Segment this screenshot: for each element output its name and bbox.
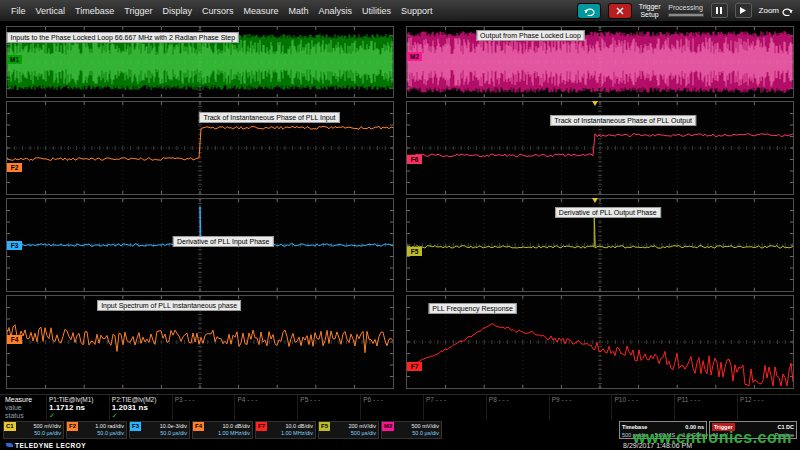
- stop-tool-icon-button[interactable]: [608, 3, 632, 19]
- measure-status: [300, 411, 358, 419]
- zoom-redo-arrow-icon: [782, 6, 794, 16]
- panel-input-phase-derivative: Derivative of PLL Input Phase F3: [6, 198, 394, 292]
- panel-input-phase-track: Track of Instantaneous Phase of PLL Inpu…: [6, 101, 394, 195]
- processing-progress-bar: [668, 13, 704, 17]
- channel-hscale: 50.0 µs/div: [34, 430, 61, 437]
- panel-annotation: Input Spectrum of PLL instantaneous phas…: [97, 300, 241, 311]
- menu-item-trigger[interactable]: Trigger: [119, 6, 157, 16]
- measure-column-header[interactable]: P6 - - -: [363, 396, 421, 404]
- measure-column-header[interactable]: P12 - - -: [740, 396, 798, 404]
- trigger-setup-button[interactable]: Trigger Setup: [639, 3, 661, 19]
- menu-item-support[interactable]: Support: [396, 6, 438, 16]
- panel-annotation: Output from Phase Locked Loop: [476, 30, 585, 41]
- menu-bar: FileVerticalTimebaseTriggerDisplayCursor…: [0, 0, 800, 22]
- channel-descriptor-m2[interactable]: M2500 mV/div50.0 µs/div: [381, 421, 442, 439]
- channel-tag[interactable]: F3: [7, 241, 22, 250]
- measure-status: [489, 411, 547, 419]
- measure-column[interactable]: P4 - - -: [234, 395, 297, 420]
- measure-row-label: value: [5, 404, 46, 412]
- channel-tag[interactable]: F4: [7, 335, 22, 344]
- channel-vscale: 10.0 dB/div: [285, 423, 313, 430]
- channel-tag[interactable]: F2: [7, 163, 22, 172]
- channel-descriptor-f3[interactable]: F310.0e-3/div50.0 µs/div: [129, 421, 190, 439]
- menu-item-file[interactable]: File: [6, 6, 31, 16]
- channel-tag[interactable]: M2: [407, 52, 422, 61]
- menu-item-vertical[interactable]: Vertical: [31, 6, 71, 16]
- panel-input-phase-spectrum: Input Spectrum of PLL instantaneous phas…: [6, 295, 394, 389]
- processing-label: Processing: [668, 4, 704, 12]
- channel-descriptor-f7[interactable]: F710.0 dB/div1.00 MHz/div: [255, 421, 316, 439]
- step-marker-icon: [592, 198, 598, 203]
- play-icon: [739, 6, 747, 15]
- trigger-setup-label-1: Trigger: [639, 3, 661, 11]
- measure-value: 1.2031 ns: [112, 404, 170, 412]
- menu-item-utilities[interactable]: Utilities: [357, 6, 396, 16]
- measure-column-header[interactable]: P9 - - -: [552, 396, 610, 404]
- measure-column-header[interactable]: P10 - - -: [614, 396, 672, 404]
- channel-hscale: 50.0 µs/div: [412, 430, 439, 437]
- menu-item-display[interactable]: Display: [157, 6, 197, 16]
- close-icon: [615, 6, 625, 16]
- measure-column[interactable]: P10 - - -: [611, 395, 674, 420]
- menu-items: FileVerticalTimebaseTriggerDisplayCursor…: [6, 6, 438, 16]
- pause-button[interactable]: [711, 3, 728, 18]
- zoom-button[interactable]: Zoom: [759, 6, 794, 16]
- measure-column-header[interactable]: P11 - - -: [677, 396, 735, 404]
- panel-annotation: Derivative of PLL Input Phase: [173, 236, 273, 247]
- channel-id: M2: [382, 422, 394, 431]
- measure-status: ✓: [49, 412, 107, 420]
- panel-annotation: Derivative of PLL Output Phase: [555, 207, 661, 218]
- channel-id: F3: [130, 422, 141, 431]
- channel-descriptor-f2[interactable]: F21.00 rad/div50.0 µs/div: [66, 421, 127, 439]
- menu-item-math[interactable]: Math: [283, 6, 313, 16]
- brand-logo: TELEDYNE LECROY: [6, 442, 86, 449]
- probe-tool-icon-button[interactable]: [577, 3, 601, 19]
- measure-column-header[interactable]: P8 - - -: [489, 396, 547, 404]
- channel-descriptor-c1[interactable]: C1500 mV/div50.0 µs/div: [3, 421, 64, 439]
- measure-column[interactable]: P6 - - -: [360, 395, 423, 420]
- menu-item-cursors[interactable]: Cursors: [197, 6, 239, 16]
- measure-column[interactable]: P2:TIE@lv(M2)1.2031 ns✓: [109, 395, 172, 420]
- measure-column[interactable]: P3 - - -: [172, 395, 235, 420]
- brand-swoosh-icon: [6, 443, 13, 447]
- channel-descriptor-f5[interactable]: F5200 mV/div500 µs/div: [318, 421, 379, 439]
- panel-pll-output-signal: Output from Phase Locked Loop M2: [406, 26, 794, 98]
- measure-status: [614, 411, 672, 419]
- measure-column[interactable]: P7 - - -: [423, 395, 486, 420]
- measure-value: 1.1712 ns: [49, 404, 107, 412]
- pause-icon: [715, 6, 723, 15]
- menu-item-measure[interactable]: Measure: [238, 6, 283, 16]
- measure-column-header[interactable]: P5 - - -: [300, 396, 358, 404]
- measure-column[interactable]: P11 - - -: [674, 395, 737, 420]
- channel-tag[interactable]: F7: [407, 362, 422, 371]
- waveform-grid-area: Inputs to the Phase Locked Loop 66.667 M…: [0, 22, 800, 394]
- channel-hscale: 50.0 µs/div: [160, 430, 187, 437]
- channel-id: F7: [256, 422, 267, 431]
- channel-vscale: 500 mV/div: [411, 423, 439, 430]
- menu-item-analysis[interactable]: Analysis: [313, 6, 357, 16]
- measure-column[interactable]: P1:TIE@lv(M1)1.1712 ns✓: [46, 395, 109, 420]
- measure-column-header[interactable]: P4 - - -: [237, 396, 295, 404]
- measure-column[interactable]: P8 - - -: [486, 395, 549, 420]
- measure-status: ✓: [112, 412, 170, 420]
- measure-column[interactable]: P12 - - -: [737, 395, 800, 420]
- measure-status: [740, 411, 798, 419]
- channel-tag[interactable]: M1: [7, 55, 22, 64]
- measure-column-header[interactable]: P3 - - -: [175, 396, 233, 404]
- channel-hscale: 1.00 MHz/div: [218, 430, 250, 437]
- measure-table: Measurevaluestatus P1:TIE@lv(M1)1.1712 n…: [0, 394, 800, 420]
- measure-status: [552, 411, 610, 419]
- menu-item-timebase[interactable]: Timebase: [70, 6, 119, 16]
- channel-descriptor-f4[interactable]: F410.0 dB/div1.00 MHz/div: [192, 421, 253, 439]
- trigger-setup-label-2: Setup: [639, 11, 661, 19]
- measure-status: [363, 411, 421, 419]
- channel-tag[interactable]: F5: [407, 247, 422, 256]
- waveform-canvas: [407, 27, 793, 97]
- channel-tag[interactable]: F6: [407, 155, 422, 164]
- play-button[interactable]: [735, 3, 752, 18]
- measure-column[interactable]: P5 - - -: [297, 395, 360, 420]
- measure-row-label: status: [5, 412, 46, 420]
- measure-column-header[interactable]: P7 - - -: [426, 396, 484, 404]
- panel-pll-frequency-response: PLL Frequency Response F7: [406, 295, 794, 389]
- measure-column[interactable]: P9 - - -: [549, 395, 612, 420]
